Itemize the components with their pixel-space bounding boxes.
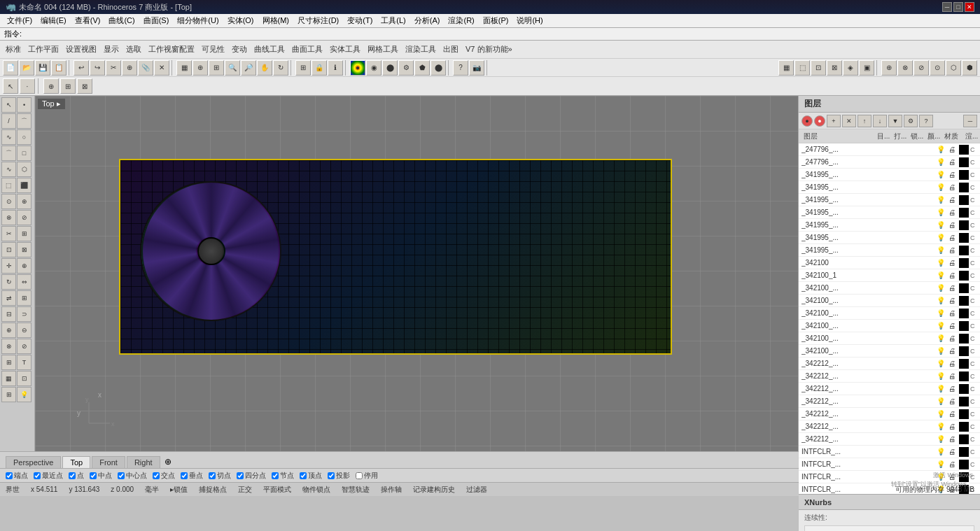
layer-visible-icon[interactable]: 💡 [935, 396, 946, 407]
layer-row[interactable]: _342100_... 💡 🖨 C [799, 282, 980, 295]
layer-row[interactable]: _342100 💡 🖨 C [799, 257, 980, 269]
save-as-button[interactable]: 📋 [51, 60, 66, 76]
layer-visible-icon[interactable]: 💡 [935, 245, 946, 256]
layer-print-icon[interactable]: 🖨 [946, 270, 958, 281]
offset-tool[interactable]: ⊟ [1, 306, 16, 322]
polygon-tool[interactable]: ⬡ [17, 162, 31, 177]
tab-viewport-config[interactable]: 工作视窗配置 [146, 44, 197, 55]
blend-tool[interactable]: ⊘ [17, 210, 31, 225]
point-icon[interactable]: · [20, 78, 35, 94]
project-tool[interactable]: ⊃ [17, 306, 31, 322]
layer-visible-icon[interactable]: 💡 [935, 472, 946, 483]
boolean-int[interactable]: ⊗ [1, 339, 16, 354]
zoom-extents-button[interactable]: ⊕ [192, 60, 208, 76]
layer-row[interactable]: _342212_... 💡 🖨 C [799, 433, 980, 446]
circle-tool[interactable]: ○ [17, 129, 31, 145]
undo-button[interactable]: ↩ [74, 60, 89, 76]
snap-vertex[interactable]: 顶点 [300, 471, 322, 481]
layer-color-swatch[interactable] [959, 447, 969, 457]
snap-intersection-cb[interactable] [153, 472, 160, 479]
tab-visibility[interactable]: 可见性 [199, 44, 227, 55]
layer-color-swatch[interactable] [959, 145, 969, 155]
layer-print-icon[interactable]: 🖨 [946, 446, 958, 458]
tab-setview[interactable]: 设置视图 [63, 44, 99, 55]
tb-r11[interactable]: ⬡ [946, 60, 961, 76]
render-preview-button[interactable]: ⬤ [382, 60, 398, 76]
layer-row[interactable]: _342100_... 💡 🖨 C [799, 307, 980, 320]
layer-print-icon[interactable]: 🖨 [946, 358, 958, 369]
snap-center-cb[interactable] [118, 472, 125, 479]
line-tool[interactable]: / [1, 113, 16, 129]
snap-endpoint[interactable]: 端点 [6, 471, 28, 481]
pan-button[interactable]: ✋ [257, 60, 272, 76]
status-snap-grid[interactable]: 捕捉格点 [199, 485, 227, 495]
snap-knot-cb[interactable] [272, 472, 279, 479]
layer-settings-btn[interactable]: ⚙ [904, 115, 918, 127]
menu-edit[interactable]: 编辑(E) [36, 14, 71, 27]
menu-render[interactable]: 渲染(R) [444, 14, 478, 27]
snap-project[interactable]: 投影 [328, 471, 350, 481]
copy-button[interactable]: ⊕ [122, 60, 137, 76]
snap-perp-cb[interactable] [181, 472, 188, 479]
layer-visible-icon[interactable]: 💡 [935, 409, 946, 420]
split-tool[interactable]: ⊞ [17, 226, 31, 241]
snap-point[interactable]: 点 [69, 471, 84, 481]
layer-print-icon[interactable]: 🖨 [946, 169, 958, 180]
viewport-label[interactable]: Top ▸ [38, 99, 65, 109]
rectangle-tool[interactable]: □ [17, 146, 31, 161]
layer-color-swatch[interactable] [959, 460, 969, 469]
snap-disable[interactable]: 停用 [356, 471, 378, 481]
rotate-button[interactable]: ↻ [273, 60, 288, 76]
layer-row[interactable]: _342212_... 💡 🖨 C [799, 395, 980, 408]
snap-tangent[interactable]: 切点 [209, 471, 231, 481]
layer-color-swatch[interactable] [959, 422, 969, 432]
layer-print-icon[interactable]: 🖨 [946, 371, 958, 382]
tab-select[interactable]: 选取 [123, 44, 144, 55]
dimension-tool[interactable]: ⊞ [1, 355, 16, 370]
layer-visible-icon[interactable]: 💡 [935, 446, 946, 458]
tab-right[interactable]: Right [127, 456, 160, 468]
viewport[interactable]: Top ▸ [35, 96, 798, 451]
layer-color-swatch[interactable] [959, 371, 969, 381]
tab-drawing[interactable]: 出图 [440, 44, 461, 55]
close-button[interactable]: ✕ [965, 2, 974, 12]
layers-list[interactable]: _247796_... 💡 🖨 C _247796_... 💡 🖨 C _341… [799, 143, 980, 494]
revolve-tool[interactable]: ⊙ [1, 194, 16, 209]
layer-row[interactable]: _341995_... 💡 🖨 C [799, 244, 980, 257]
tab-mesh-tools[interactable]: 网格工具 [365, 44, 401, 55]
status-history[interactable]: 记录建构历史 [413, 485, 455, 495]
titlebar-controls[interactable]: ─ □ ✕ [942, 2, 974, 12]
layer-row[interactable]: _247796_... 💡 🖨 C [799, 143, 980, 156]
tb-r12[interactable]: ⬢ [962, 60, 977, 76]
join-tool[interactable]: ⊡ [1, 242, 16, 257]
layer-visible-icon[interactable]: 💡 [935, 283, 946, 294]
layer-visible-icon[interactable]: 💡 [935, 295, 946, 306]
layer-row[interactable]: _342100_1 💡 🖨 C [799, 269, 980, 282]
status-osnap[interactable]: 物件锁点 [302, 485, 330, 495]
layer-print-icon[interactable]: 🖨 [946, 333, 958, 344]
layer-color-swatch[interactable] [959, 384, 969, 394]
layer-row[interactable]: _341995_... 💡 🖨 C [799, 232, 980, 244]
surface-tool[interactable]: ⬚ [1, 178, 16, 193]
command-line[interactable]: 指令: [0, 28, 980, 41]
grid-tool[interactable]: ⊞ [1, 387, 16, 402]
layer-color-swatch[interactable] [959, 346, 969, 356]
snap-perpendicular[interactable]: 垂点 [181, 471, 203, 481]
explode-tool[interactable]: ⊠ [17, 242, 31, 257]
properties-button[interactable]: ℹ [328, 60, 343, 76]
menu-transform[interactable]: 变动(T) [343, 14, 377, 27]
layer-print-icon[interactable]: 🖨 [946, 194, 958, 206]
viewport-content[interactable]: x y x y [35, 96, 798, 451]
layer-row[interactable]: _342212_... 💡 🖨 C [799, 370, 980, 383]
tb-r5[interactable]: ◈ [843, 60, 858, 76]
layer-print-icon[interactable]: 🖨 [946, 232, 958, 243]
camera-button[interactable]: 📷 [469, 60, 484, 76]
render-settings-button[interactable]: ⚙ [398, 60, 414, 76]
tb-r3[interactable]: ⊡ [811, 60, 826, 76]
layer-row[interactable]: INTFCLR_... 💡 🖨 C [799, 471, 980, 483]
layer-color-swatch[interactable] [959, 170, 969, 180]
menu-help[interactable]: 说明(H) [512, 14, 547, 27]
layer-color-swatch[interactable] [959, 183, 969, 192]
menu-tools[interactable]: 工具(L) [377, 14, 410, 27]
layer-color-swatch[interactable] [959, 208, 969, 218]
